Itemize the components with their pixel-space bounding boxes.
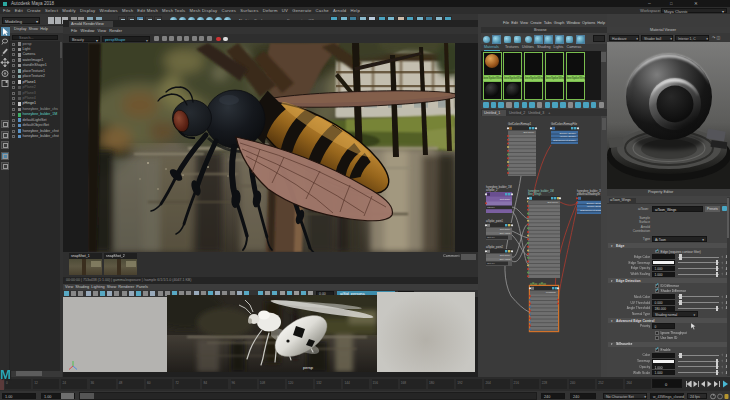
svg-text:Message: Message (546, 291, 557, 294)
svg-text:GelColorsRemapFile: GelColorsRemapFile (551, 122, 577, 126)
svg-text:Displacement Shader: Displacement Shader (553, 139, 576, 142)
svg-text:Surface Shader: Surface Shader (559, 132, 576, 135)
svg-text:Out Color: Out Color (500, 198, 510, 201)
svg-text:Out Alpha: Out Alpha (500, 258, 511, 261)
svg-text:Displacement Shader: Displacement Shader (580, 209, 603, 212)
svg-text:Volume Shader: Volume Shader (560, 135, 577, 138)
svg-text:pMaterialShadingGr: pMaterialShadingGr (577, 192, 600, 196)
svg-text:aiSpike: aiSpike (487, 206, 496, 209)
svg-text:Out UV: Out UV (487, 236, 495, 239)
svg-text:Out Color: Out Color (547, 201, 558, 204)
svg-text:Out UV: Out UV (487, 262, 495, 265)
svg-text:Out Color: Out Color (523, 131, 534, 134)
svg-text:aiSpike_2: aiSpike_2 (486, 188, 498, 192)
svg-text:aiSpike_point1: aiSpike_point1 (486, 219, 504, 223)
svg-text:Out Alpha: Out Alpha (500, 232, 511, 235)
svg-text:aiSpike_point2: aiSpike_point2 (486, 245, 504, 249)
svg-text:Bee_Wings: Bee_Wings (528, 192, 542, 196)
svg-text:GelColorsRemap1: GelColorsRemap1 (508, 122, 531, 126)
svg-text:Out Color: Out Color (500, 228, 510, 231)
svg-text:Out Color: Out Color (500, 254, 510, 257)
